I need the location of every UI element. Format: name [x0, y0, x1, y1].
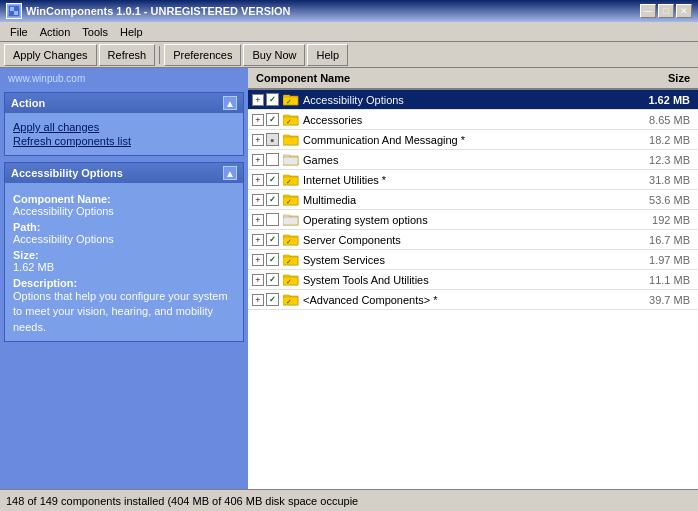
refresh-components-link[interactable]: Refresh components list — [13, 135, 235, 147]
folder-icon: ✓ — [283, 273, 299, 286]
preferences-button[interactable]: Preferences — [164, 44, 241, 66]
expand-icon[interactable]: + — [252, 294, 264, 306]
component-list: +✓ ✓ Accessibility Options1.62 MB+✓ ✓ Ac… — [248, 90, 698, 489]
expand-icon[interactable]: + — [252, 274, 264, 286]
checkbox-area: ✓ — [266, 253, 279, 266]
checkbox-area: ✓ — [266, 273, 279, 286]
checkbox[interactable]: ✓ — [266, 293, 279, 306]
path-value: Accessibility Options — [13, 233, 235, 245]
apply-all-changes-link[interactable]: Apply all changes — [13, 121, 235, 133]
svg-text:✓: ✓ — [286, 198, 292, 205]
checkbox[interactable]: ✓ — [266, 273, 279, 286]
window-controls: — □ ✕ — [640, 4, 692, 18]
folder-icon: ✓ — [283, 93, 299, 106]
component-name: Communication And Messaging * — [303, 134, 624, 146]
main-container: www.winpub.com Action ▲ Apply all change… — [0, 68, 698, 489]
details-section-header[interactable]: Accessibility Options ▲ — [5, 163, 243, 183]
table-row[interactable]: +✓ ✓ System Services1.97 MB — [248, 250, 698, 270]
table-row[interactable]: +✓ ✓ Accessories8.65 MB — [248, 110, 698, 130]
details-collapse-btn[interactable]: ▲ — [223, 166, 237, 180]
action-section-content: Apply all changes Refresh components lis… — [5, 113, 243, 155]
status-bar: 148 of 149 components installed (404 MB … — [0, 489, 698, 511]
checkbox-area: ✓ — [266, 173, 279, 186]
expand-icon[interactable]: + — [252, 194, 264, 206]
svg-text:✓: ✓ — [286, 298, 292, 305]
folder-icon: ✓ — [283, 173, 299, 186]
help-button[interactable]: Help — [307, 44, 348, 66]
table-row[interactable]: +✓ ✓ Multimedia53.6 MB — [248, 190, 698, 210]
checkbox[interactable]: ▪ — [266, 133, 279, 146]
table-row[interactable]: +✓ ✓ <Advanced Components> *39.7 MB — [248, 290, 698, 310]
menu-action[interactable]: Action — [34, 24, 77, 40]
component-name: Multimedia — [303, 194, 624, 206]
header-size: Size — [624, 70, 694, 86]
checkbox[interactable]: ✓ — [266, 193, 279, 206]
component-size: 53.6 MB — [624, 194, 694, 206]
action-collapse-btn[interactable]: ▲ — [223, 96, 237, 110]
menu-file[interactable]: File — [4, 24, 34, 40]
folder-icon — [283, 213, 299, 226]
maximize-button[interactable]: □ — [658, 4, 674, 18]
checkbox-area: ✓ — [266, 233, 279, 246]
folder-icon: ✓ — [283, 253, 299, 266]
svg-text:✓: ✓ — [286, 258, 292, 265]
title-bar: WinComponents 1.0.1 - UNREGISTERED VERSI… — [0, 0, 698, 22]
table-row[interactable]: +▪ Communication And Messaging *18.2 MB — [248, 130, 698, 150]
checkbox[interactable] — [266, 213, 279, 226]
table-row[interactable]: +✓ ✓ Server Components16.7 MB — [248, 230, 698, 250]
refresh-button[interactable]: Refresh — [99, 44, 156, 66]
table-row[interactable]: +✓ ✓ Internet Utilities *31.8 MB — [248, 170, 698, 190]
url-bar: www.winpub.com — [4, 72, 244, 86]
component-name: Accessibility Options — [303, 94, 624, 106]
table-row[interactable]: +✓ ✓ System Tools And Utilities11.1 MB — [248, 270, 698, 290]
checkbox[interactable]: ✓ — [266, 113, 279, 126]
component-size: 39.7 MB — [624, 294, 694, 306]
title-bar-left: WinComponents 1.0.1 - UNREGISTERED VERSI… — [6, 3, 291, 19]
description-value: Options that help you configure your sys… — [13, 289, 235, 335]
list-header: Component Name Size — [248, 68, 698, 90]
folder-icon: ✓ — [283, 193, 299, 206]
component-size: 192 MB — [624, 214, 694, 226]
expand-icon[interactable]: + — [252, 114, 264, 126]
component-size: 1.62 MB — [624, 94, 694, 106]
close-button[interactable]: ✕ — [676, 4, 692, 18]
buy-now-button[interactable]: Buy Now — [243, 44, 305, 66]
minimize-button[interactable]: — — [640, 4, 656, 18]
component-size: 1.97 MB — [624, 254, 694, 266]
description-label: Description: — [13, 277, 235, 289]
expand-icon[interactable]: + — [252, 214, 264, 226]
component-name: Accessories — [303, 114, 624, 126]
action-section-header[interactable]: Action ▲ — [5, 93, 243, 113]
expand-icon[interactable]: + — [252, 154, 264, 166]
checkbox[interactable]: ✓ — [266, 93, 279, 106]
expand-icon[interactable]: + — [252, 254, 264, 266]
table-row[interactable]: +✓ ✓ Accessibility Options1.62 MB — [248, 90, 698, 110]
expand-icon[interactable]: + — [252, 94, 264, 106]
details-section: Accessibility Options ▲ Component Name: … — [4, 162, 244, 342]
checkbox-area: ✓ — [266, 113, 279, 126]
checkbox-area: ▪ — [266, 133, 279, 146]
folder-icon: ✓ — [283, 113, 299, 126]
expand-icon[interactable]: + — [252, 134, 264, 146]
expand-icon[interactable]: + — [252, 174, 264, 186]
checkbox[interactable] — [266, 153, 279, 166]
apply-changes-button[interactable]: Apply Changes — [4, 44, 97, 66]
details-section-title: Accessibility Options — [11, 167, 123, 179]
component-size: 8.65 MB — [624, 114, 694, 126]
table-row[interactable]: + Operating system options192 MB — [248, 210, 698, 230]
component-name-value: Accessibility Options — [13, 205, 235, 217]
expand-icon[interactable]: + — [252, 234, 264, 246]
checkbox[interactable]: ✓ — [266, 233, 279, 246]
checkbox-area: ✓ — [266, 193, 279, 206]
action-section: Action ▲ Apply all changes Refresh compo… — [4, 92, 244, 156]
folder-icon — [283, 153, 299, 166]
checkbox[interactable]: ✓ — [266, 253, 279, 266]
menu-help[interactable]: Help — [114, 24, 149, 40]
svg-rect-2 — [14, 11, 18, 15]
checkbox-area: ✓ — [266, 93, 279, 106]
menu-tools[interactable]: Tools — [76, 24, 114, 40]
right-panel: Component Name Size +✓ ✓ Accessibility O… — [248, 68, 698, 489]
checkbox[interactable]: ✓ — [266, 173, 279, 186]
folder-icon — [283, 133, 299, 146]
table-row[interactable]: + Games12.3 MB — [248, 150, 698, 170]
